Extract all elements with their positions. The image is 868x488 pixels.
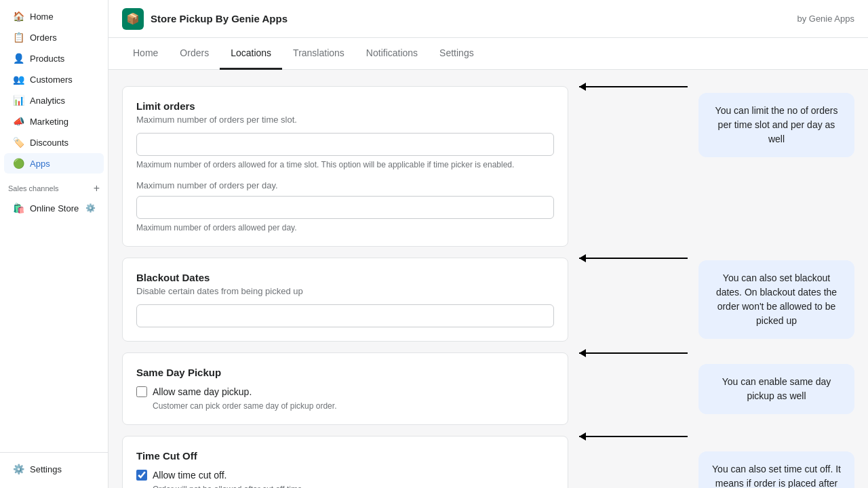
blackout-dates-arrow-line bbox=[579, 258, 688, 259]
same-day-checkbox-row: Allow same day pickup. bbox=[136, 386, 554, 397]
time-cut-off-row: Time Cut Off Allow time cut off. Order w… bbox=[122, 436, 854, 488]
main-area: 📦 Store Pickup By Genie Apps by Genie Ap… bbox=[108, 0, 868, 488]
sidebar-label-analytics: Analytics bbox=[30, 96, 65, 106]
time-cut-off-title: Time Cut Off bbox=[136, 450, 554, 462]
topbar-left: 📦 Store Pickup By Genie Apps bbox=[122, 8, 288, 30]
same-day-pickup-card: Same Day Pickup Allow same day pickup. C… bbox=[122, 352, 568, 425]
sidebar-bottom: ⚙️ Settings bbox=[0, 452, 108, 488]
online-store-label: Online Store bbox=[30, 203, 79, 214]
blackout-dates-input[interactable] bbox=[136, 304, 554, 327]
tab-home[interactable]: Home bbox=[122, 38, 169, 70]
time-cut-off-checkbox[interactable] bbox=[136, 470, 147, 481]
sidebar-label-apps: Apps bbox=[30, 159, 50, 169]
sidebar-label-home: Home bbox=[30, 12, 54, 22]
sidebar-item-home[interactable]: 🏠 Home bbox=[4, 6, 104, 26]
add-sales-channel-icon[interactable]: + bbox=[94, 182, 100, 195]
discounts-icon: 🏷️ bbox=[12, 136, 24, 148]
sidebar-nav: 🏠 Home 📋 Orders 👤 Products 👥 Customers 📊… bbox=[0, 0, 108, 452]
sidebar-label-products: Products bbox=[30, 54, 64, 64]
tab-orders[interactable]: Orders bbox=[169, 38, 220, 70]
content-area: Limit orders Maximum number of orders pe… bbox=[122, 86, 854, 488]
limit-orders-desc: Maximum number of orders per time slot. bbox=[136, 115, 554, 125]
same-day-tooltip: You can enable same day pickup as well bbox=[698, 364, 854, 414]
limit-orders-tooltip: You can limit the no of orders per time … bbox=[698, 93, 854, 157]
page-content: Limit orders Maximum number of orders pe… bbox=[108, 70, 868, 488]
limit-orders-row: Limit orders Maximum number of orders pe… bbox=[122, 86, 854, 247]
tabs: HomeOrdersLocationsTranslationsNotificat… bbox=[108, 38, 868, 70]
sidebar-label-customers: Customers bbox=[30, 75, 73, 85]
online-store-gear-icon[interactable]: ⚙️ bbox=[85, 203, 96, 213]
same-day-arrow bbox=[579, 352, 688, 354]
blackout-dates-row: Blackout Dates Disable certain dates fro… bbox=[122, 258, 854, 342]
home-icon: 🏠 bbox=[12, 10, 24, 22]
settings-icon: ⚙️ bbox=[12, 463, 24, 475]
time-cut-off-note: Order will not be allowed after cut off … bbox=[136, 485, 554, 488]
blackout-dates-desc: Disable certain dates from being picked … bbox=[136, 286, 554, 296]
sidebar-item-orders[interactable]: 📋 Orders bbox=[4, 27, 104, 47]
same-day-checkbox[interactable] bbox=[136, 386, 147, 397]
tab-locations[interactable]: Locations bbox=[220, 38, 282, 70]
sidebar-label-discounts: Discounts bbox=[30, 138, 68, 148]
app-logo-icon: 📦 bbox=[126, 12, 140, 25]
sidebar-item-analytics[interactable]: 📊 Analytics bbox=[4, 90, 104, 110]
app-logo: 📦 bbox=[122, 8, 144, 30]
sidebar-item-discounts[interactable]: 🏷️ Discounts bbox=[4, 132, 104, 152]
limit-orders-title: Limit orders bbox=[136, 100, 554, 112]
same-day-pickup-row: Same Day Pickup Allow same day pickup. C… bbox=[122, 352, 854, 425]
sales-channels-label: Sales channels bbox=[8, 184, 59, 192]
limit-orders-day-label: Maximum number of orders per day. bbox=[136, 180, 554, 190]
marketing-icon: 📣 bbox=[12, 115, 24, 127]
topbar: 📦 Store Pickup By Genie Apps by Genie Ap… bbox=[108, 0, 868, 38]
tab-notifications[interactable]: Notifications bbox=[355, 38, 429, 70]
limit-orders-card: Limit orders Maximum number of orders pe… bbox=[122, 86, 568, 247]
limit-orders-arrow-line bbox=[579, 86, 688, 87]
products-icon: 👤 bbox=[12, 52, 24, 64]
same-day-arrow-line bbox=[579, 352, 688, 354]
sidebar-item-apps[interactable]: 🟢 Apps bbox=[4, 153, 104, 174]
time-cut-off-checkbox-label[interactable]: Allow time cut off. bbox=[153, 470, 226, 481]
tab-settings[interactable]: Settings bbox=[429, 38, 485, 70]
time-cut-off-tooltip: You can also set time cut off. It means … bbox=[698, 451, 854, 489]
same-day-pickup-controls: Allow same day pickup. Customer can pick… bbox=[136, 386, 554, 411]
same-day-checkbox-label[interactable]: Allow same day pickup. bbox=[153, 386, 252, 397]
analytics-icon: 📊 bbox=[12, 94, 24, 106]
limit-orders-arrow bbox=[579, 86, 688, 87]
blackout-dates-title: Blackout Dates bbox=[136, 272, 554, 283]
sidebar-label-orders: Orders bbox=[30, 33, 57, 43]
blackout-dates-tooltip: You can also set blackout dates. On blac… bbox=[698, 260, 854, 339]
same-day-pickup-title: Same Day Pickup bbox=[136, 367, 554, 378]
sidebar-item-customers[interactable]: 👥 Customers bbox=[4, 69, 104, 89]
sidebar-item-products[interactable]: 👤 Products bbox=[4, 48, 104, 68]
apps-icon: 🟢 bbox=[12, 157, 24, 169]
same-day-pickup-note: Customer can pick order same day of pick… bbox=[136, 401, 554, 411]
sidebar-item-marketing[interactable]: 📣 Marketing bbox=[4, 111, 104, 131]
customers-icon: 👥 bbox=[12, 73, 24, 85]
app-title: Store Pickup By Genie Apps bbox=[151, 13, 288, 24]
limit-orders-timeslot-note: Maximum number of orders allowed for a t… bbox=[136, 160, 554, 169]
tab-translations[interactable]: Translations bbox=[282, 38, 355, 70]
time-cut-off-controls: Allow time cut off. Order will not be al… bbox=[136, 470, 554, 488]
topbar-byline: by Genie Apps bbox=[797, 14, 854, 24]
sidebar: 🏠 Home 📋 Orders 👤 Products 👥 Customers 📊… bbox=[0, 0, 108, 488]
limit-orders-day-note: Maximum number of orders allowed per day… bbox=[136, 223, 554, 232]
sidebar-label-marketing: Marketing bbox=[30, 117, 68, 127]
settings-label: Settings bbox=[30, 464, 62, 474]
time-cut-off-checkbox-row: Allow time cut off. bbox=[136, 470, 554, 481]
sidebar-item-online-store[interactable]: 🛍️ Online Store ⚙️ bbox=[4, 198, 104, 218]
time-cut-off-arrow-line bbox=[579, 436, 688, 437]
limit-orders-timeslot-input[interactable] bbox=[136, 133, 554, 156]
sales-channels-section: Sales channels + bbox=[0, 174, 108, 197]
sidebar-item-settings[interactable]: ⚙️ Settings bbox=[4, 459, 104, 479]
blackout-dates-card: Blackout Dates Disable certain dates fro… bbox=[122, 258, 568, 342]
blackout-dates-arrow bbox=[579, 258, 688, 259]
online-store-icon: 🛍️ bbox=[12, 202, 24, 214]
limit-orders-day-input[interactable] bbox=[136, 196, 554, 219]
time-cut-off-card: Time Cut Off Allow time cut off. Order w… bbox=[122, 436, 568, 488]
time-cut-off-arrow bbox=[579, 436, 688, 437]
orders-icon: 📋 bbox=[12, 31, 24, 43]
